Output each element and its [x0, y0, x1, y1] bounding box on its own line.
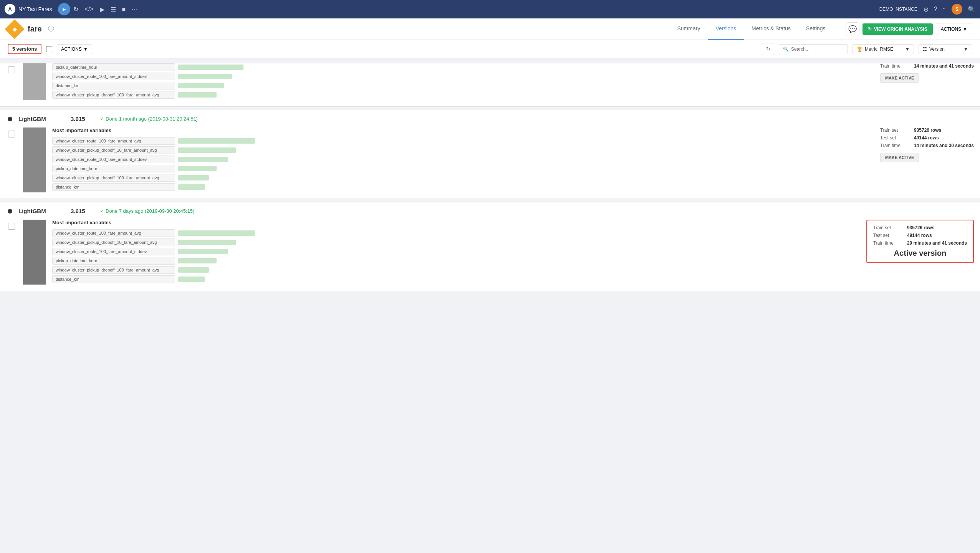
variable-name: window_cluster_route_100_fare_amount_std…	[52, 156, 175, 163]
variable-bar	[178, 157, 228, 162]
chat-button[interactable]: 💬	[846, 22, 859, 36]
refresh-nav-icon[interactable]: ↻	[73, 6, 78, 13]
variable-bar-container	[178, 138, 255, 144]
variable-name: pickup_datetime_hour	[52, 63, 175, 71]
variable-bar	[178, 166, 217, 171]
variable-row: distance_km	[52, 82, 868, 89]
version-model-v3: LightGBM	[18, 208, 65, 214]
refresh-small-icon: ↻	[868, 26, 872, 32]
version-header-v2[interactable]: LightGBM 3.615 ✓ Done 1 month ago (2019-…	[0, 110, 980, 127]
variable-row: window_cluster_route_100_fare_amount_std…	[52, 248, 854, 255]
checkbox-col	[0, 63, 23, 100]
version-stats-v3: Train set 935726 rows Test set 49144 row…	[860, 220, 980, 285]
variable-bar-container	[178, 175, 255, 180]
version-row-v3: LightGBM 3.615 ✓ Done 7 days ago (2019-0…	[0, 202, 980, 291]
version-row-collapsed: pickup_datetime_hour window_cluster_rout…	[0, 63, 980, 107]
version-body-v3: Most important variables window_cluster_…	[0, 220, 980, 291]
version-thumbnail-collapsed	[23, 63, 46, 100]
versions-count-badge[interactable]: 5 versions	[8, 44, 41, 54]
tab-settings[interactable]: Settings	[798, 18, 833, 40]
train-time-row: Train time 14 minutes and 41 seconds	[880, 63, 974, 69]
search-input[interactable]	[791, 46, 845, 52]
variable-row: pickup_datetime_hour	[52, 165, 868, 172]
info-icon[interactable]: ⓘ	[48, 25, 54, 33]
variable-row: window_cluster_route_100_fare_amount_avg	[52, 137, 868, 145]
top-navigation: A NY Taxi Fares ► ↻ </> ▶ ☰ ■ ⋯ DEMO INS…	[0, 0, 980, 18]
actions-dropdown-button[interactable]: ACTIONS ▼	[936, 23, 972, 35]
more-icon[interactable]: ⋯	[132, 6, 138, 13]
toolbar-right: ↻ 🔍 🏆 Metric: RMSE ▼ ☷ Version ▼	[762, 43, 972, 55]
variable-bar	[178, 74, 232, 79]
project-name: fare	[28, 25, 42, 33]
train-set-row-v3: Train set 935726 rows	[873, 225, 967, 230]
variable-bar	[178, 249, 228, 254]
train-set-label-v2: Train set	[880, 127, 911, 133]
tab-summary[interactable]: Summary	[670, 18, 708, 40]
variable-row: window_cluster_route_100_fare_amount_avg	[52, 229, 854, 237]
trending-icon[interactable]: ~	[943, 6, 946, 13]
test-set-label-v3: Test set	[873, 233, 904, 238]
sub-header: ◆ fare ⓘ Summary Versions Metrics & Stat…	[0, 18, 980, 40]
variable-row: window_cluster_route_100_fare_amount_std…	[52, 156, 868, 163]
versions-toolbar: 5 versions ACTIONS ▼ ↻ 🔍 🏆 Metric: RMSE …	[0, 40, 980, 58]
version-checkbox-v3[interactable]	[8, 223, 15, 230]
version-body-v2: Most important variables window_cluster_…	[0, 127, 980, 199]
metric-dropdown[interactable]: 🏆 Metric: RMSE ▼	[853, 44, 914, 54]
chevron-down-icon: ▼	[83, 46, 88, 52]
version-dropdown[interactable]: ☷ Version ▼	[919, 44, 972, 54]
trophy-icon: 🏆	[857, 46, 862, 52]
version-model-v2: LightGBM	[18, 116, 65, 122]
refresh-button[interactable]: ↻	[762, 43, 774, 55]
search-top-icon[interactable]: 🔍	[968, 6, 975, 13]
chevron-down-icon: ▼	[905, 46, 910, 52]
train-time-value: 14 minutes and 41 seconds	[914, 63, 974, 69]
make-active-button-v1[interactable]: MAKE ACTIVE	[880, 73, 919, 83]
nav-icon-active[interactable]: ►	[58, 3, 70, 15]
variable-row: window_cluster_pickup_dropoff_10_fare_am…	[52, 146, 868, 154]
list-icon: ☷	[923, 46, 927, 52]
code-icon[interactable]: </>	[84, 6, 93, 13]
test-set-row-v3: Test set 49144 rows	[873, 233, 967, 238]
play-icon[interactable]: ▶	[100, 6, 104, 13]
tab-versions[interactable]: Versions	[708, 18, 744, 40]
monitor-icon[interactable]: ■	[122, 6, 126, 13]
variable-bar-container	[178, 276, 255, 282]
version-row-v2: LightGBM 3.615 ✓ Done 1 month ago (2019-…	[0, 110, 980, 199]
make-active-button-v2[interactable]: MAKE ACTIVE	[880, 153, 919, 162]
variable-row: window_cluster_pickup_dropoff_10_fare_am…	[52, 238, 854, 246]
test-set-value-v3: 49144 rows	[907, 233, 932, 238]
variable-bar-container	[178, 230, 255, 236]
train-time-value-v3: 29 minutes and 41 seconds	[907, 240, 967, 246]
variable-bar-container	[178, 157, 255, 162]
tab-metrics-status[interactable]: Metrics & Status	[744, 18, 798, 40]
variable-name: window_cluster_pickup_dropoff_100_fare_a…	[52, 91, 175, 99]
view-origin-button[interactable]: ↻ VIEW ORIGIN ANALYSIS	[862, 23, 933, 35]
version-row-checkbox[interactable]	[8, 66, 15, 73]
train-time-label-v3: Train time	[873, 240, 904, 246]
most-important-title-v2: Most important variables	[52, 127, 868, 133]
app-logo: A	[5, 4, 15, 15]
checkbox-col-v2	[0, 127, 23, 192]
select-all-checkbox[interactable]	[46, 46, 52, 52]
variable-row: window_cluster_pickup_dropoff_100_fare_a…	[52, 266, 854, 274]
version-header-v3[interactable]: LightGBM 3.615 ✓ Done 7 days ago (2019-0…	[0, 202, 980, 220]
variable-name: window_cluster_pickup_dropoff_10_fare_am…	[52, 238, 175, 246]
toolbar-actions-button[interactable]: ACTIONS ▼	[57, 44, 92, 54]
table-icon[interactable]: ☰	[111, 6, 116, 13]
grid-icon[interactable]: ⊝	[924, 6, 929, 13]
top-nav-right: DEMO INSTANCE ⊝ ? ~ S 🔍	[879, 4, 975, 15]
version-dot-v3	[8, 209, 12, 214]
variable-bar-container	[178, 184, 255, 190]
train-time-label-v2: Train time	[880, 143, 911, 148]
project-diamond-icon: ◆	[5, 19, 25, 39]
user-avatar[interactable]: S	[952, 4, 962, 15]
versions-content: pickup_datetime_hour window_cluster_rout…	[0, 58, 980, 299]
active-version-box: Train set 935726 rows Test set 49144 row…	[866, 220, 974, 263]
version-checkbox-v2[interactable]	[8, 131, 15, 137]
help-icon[interactable]: ?	[934, 6, 937, 13]
chevron-down-icon: ▼	[963, 26, 967, 32]
variable-bar-container	[178, 65, 255, 70]
train-set-label-v3: Train set	[873, 225, 904, 230]
variable-row: window_cluster_pickup_dropoff_100_fare_a…	[52, 174, 868, 182]
version-main-v2: Most important variables window_cluster_…	[46, 127, 874, 192]
